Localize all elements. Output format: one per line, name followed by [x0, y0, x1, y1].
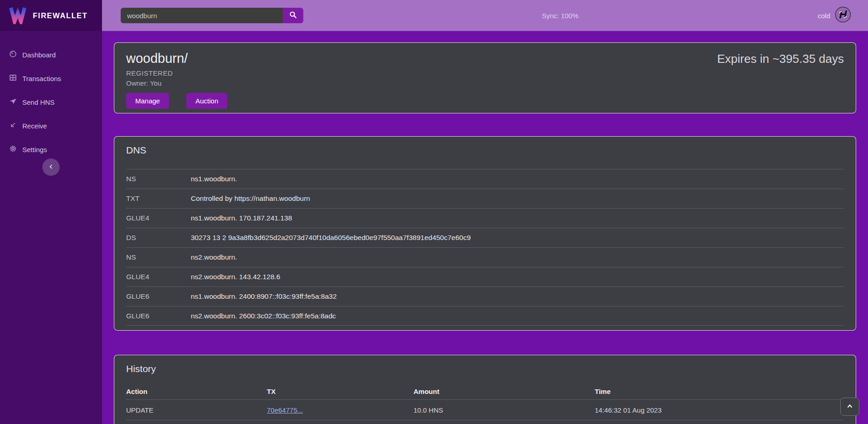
history-row: RENEW d78e4c1... 10.0 HNS 15:47:36 07 Fe…	[126, 420, 844, 424]
dns-record-row: GLUE4 ns2.woodburn. 143.42.128.6	[126, 267, 844, 286]
receive-arrow-icon	[9, 121, 17, 131]
dns-table: NS ns1.woodburn. TXT Controlled by https…	[126, 169, 844, 326]
chevron-up-icon	[846, 403, 853, 411]
dns-record-type: TXT	[126, 194, 191, 203]
column-header-time: Time	[595, 388, 844, 395]
manage-button[interactable]: Manage	[126, 93, 169, 109]
dns-record-type: GLUE4	[126, 273, 191, 281]
history-card: History Action TX Amount Time UPDATE 70e…	[114, 355, 856, 424]
column-header-amount: Amount	[414, 388, 595, 395]
handshake-logo-icon: H	[835, 6, 851, 25]
scroll-to-top-button[interactable]	[840, 398, 859, 416]
dns-record-row: NS ns1.woodburn.	[126, 169, 844, 189]
sidebar-item-transactions[interactable]: Transactions	[0, 66, 102, 90]
dns-record-value: ns1.woodburn. 170.187.241.138	[191, 214, 292, 222]
tx-link[interactable]: 70e64775...	[267, 406, 414, 414]
wallet-name: cold	[817, 12, 830, 20]
history-table-header: Action TX Amount Time	[126, 383, 844, 400]
table-icon	[9, 74, 17, 83]
history-action: UPDATE	[126, 406, 267, 414]
history-table: Action TX Amount Time UPDATE 70e64775...…	[126, 383, 844, 424]
gauge-icon	[9, 50, 17, 60]
dns-record-row: DS 30273 13 2 9a3a8fb3d625d2a2073d740f10…	[126, 228, 844, 247]
domain-owner: Owner: You	[126, 79, 844, 87]
dns-record-type: GLUE4	[126, 214, 191, 222]
dns-record-value: ns1.woodburn. 2400:8907::f03c:93ff:fe5a:…	[191, 292, 337, 301]
column-header-tx: TX	[267, 388, 414, 395]
dns-record-row: GLUE6 ns1.woodburn. 2400:8907::f03c:93ff…	[126, 286, 844, 306]
dns-record-value: Controlled by https://nathan.woodburn	[191, 194, 310, 203]
domain-status: REGISTERED	[126, 69, 844, 77]
dns-record-row: GLUE4 ns1.woodburn. 170.187.241.138	[126, 208, 844, 228]
chevron-left-icon	[48, 164, 54, 171]
firewallet-logo-icon	[8, 5, 27, 26]
search-button[interactable]	[283, 8, 303, 23]
wallet-indicator[interactable]: cold H	[817, 0, 851, 31]
domain-expiry: Expires in ~395.35 days	[717, 52, 844, 66]
history-time: 14:46:32 01 Aug 2023	[595, 406, 844, 414]
history-row: UPDATE 70e64775... 10.0 HNS 14:46:32 01 …	[126, 400, 844, 420]
sidebar-collapse-button[interactable]	[42, 158, 60, 176]
domain-card: woodburn/ Expires in ~395.35 days REGIST…	[114, 42, 856, 113]
dns-card: DNS NS ns1.woodburn. TXT Controlled by h…	[114, 136, 856, 331]
dns-record-value: ns2.woodburn. 2600:3c02::f03c:93ff:fe5a:…	[191, 312, 336, 320]
sync-status: Sync: 100%	[542, 0, 578, 31]
svg-text:H: H	[839, 9, 847, 20]
sidebar-item-label: Settings	[22, 146, 47, 153]
column-header-action: Action	[126, 388, 267, 395]
dns-record-type: GLUE6	[126, 312, 191, 320]
dns-section-title: DNS	[126, 145, 844, 156]
sidebar-item-dashboard[interactable]: Dashboard	[0, 43, 102, 66]
sidebar-nav: Dashboard Transactions Send HNS	[0, 31, 102, 161]
tx-link[interactable]: d78e4c1...	[267, 420, 414, 424]
dns-record-row: TXT Controlled by https://nathan.woodbur…	[126, 189, 844, 208]
history-amount: 10.0 HNS	[414, 406, 595, 414]
search-bar	[121, 8, 303, 23]
sidebar-item-label: Dashboard	[22, 51, 56, 59]
history-action: RENEW	[126, 420, 267, 424]
main-content: woodburn/ Expires in ~395.35 days REGIST…	[102, 31, 868, 424]
history-time: 15:47:36 07 Feb 2023	[595, 420, 844, 424]
sidebar: FIREWALLET Dashboard Transactions	[0, 0, 102, 424]
sidebar-item-label: Transactions	[22, 75, 61, 82]
sidebar-item-receive[interactable]: Receive	[0, 114, 102, 138]
send-icon	[9, 97, 17, 107]
dns-record-row: GLUE6 ns2.woodburn. 2600:3c02::f03c:93ff…	[126, 306, 844, 326]
dns-record-type: NS	[126, 175, 191, 183]
topbar: Sync: 100% cold H	[102, 0, 868, 31]
dns-record-type: GLUE6	[126, 292, 191, 301]
gear-icon	[9, 145, 17, 154]
sidebar-item-label: Receive	[22, 122, 47, 130]
auction-button[interactable]: Auction	[186, 93, 227, 109]
domain-title: woodburn/	[126, 51, 188, 66]
sidebar-header: FIREWALLET	[0, 0, 102, 31]
history-amount: 10.0 HNS	[414, 420, 595, 424]
dns-record-value: ns2.woodburn.	[191, 253, 237, 261]
search-icon	[289, 11, 297, 20]
sidebar-item-send-hns[interactable]: Send HNS	[0, 90, 102, 114]
dns-record-row: NS ns2.woodburn.	[126, 247, 844, 267]
search-input[interactable]	[121, 8, 283, 23]
dns-record-value: ns2.woodburn. 143.42.128.6	[191, 273, 281, 281]
history-section-title: History	[126, 363, 844, 374]
sidebar-item-label: Send HNS	[22, 98, 55, 106]
dns-record-value: 30273 13 2 9a3a8fb3d625d2a2073d740f10da6…	[191, 234, 471, 242]
dns-record-type: NS	[126, 253, 191, 261]
dns-record-value: ns1.woodburn.	[191, 175, 237, 183]
app-title: FIREWALLET	[33, 11, 87, 20]
sidebar-item-settings[interactable]: Settings	[0, 138, 102, 161]
dns-record-type: DS	[126, 234, 191, 242]
